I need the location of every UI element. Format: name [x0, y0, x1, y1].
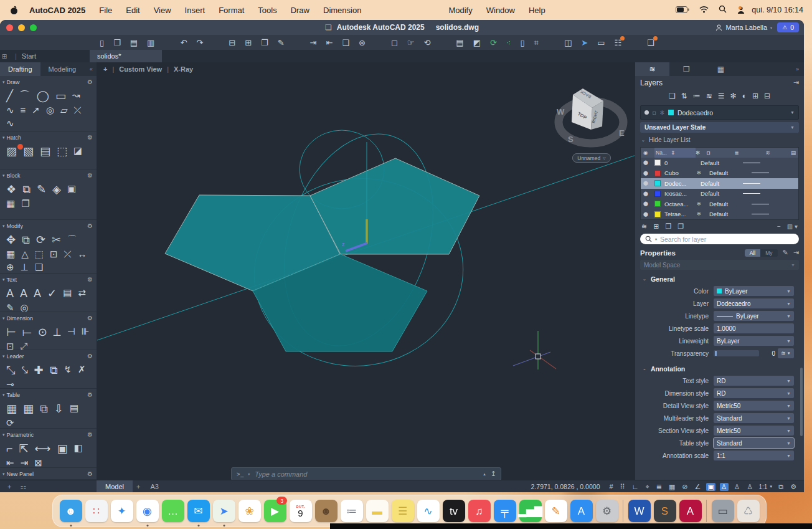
toolbar-icon[interactable]: ❐ [261, 39, 268, 47]
freeze-column-icon[interactable]: ✻ [696, 150, 707, 156]
tool-icon[interactable]: ▤ [70, 403, 78, 415]
layer-visibility-dot[interactable]: ⬤ [643, 191, 654, 196]
menu-item[interactable]: File [99, 6, 112, 15]
layer-action-icon[interactable]: ❏ [669, 92, 676, 100]
menu-item[interactable]: Modify [448, 6, 472, 15]
toolbar-icon[interactable]: ⟲ [423, 39, 430, 47]
menubar-clock[interactable]: qui. 9/10 16:14 [752, 6, 803, 14]
dock-app[interactable]: ♺ [735, 495, 761, 527]
tool-icon[interactable]: ⊪ [82, 326, 90, 338]
toolbar-icon[interactable]: ⟳ [490, 39, 497, 47]
frozen-icon[interactable]: ✻ [697, 211, 706, 217]
tool-icon[interactable]: ⌒ [67, 234, 77, 246]
section-general[interactable]: ⌄ General [635, 270, 804, 285]
toolbar-icon[interactable]: ◻ [391, 39, 398, 47]
status-toggle-icon[interactable]: ≣ [655, 483, 663, 491]
layer-color-swatch[interactable] [654, 180, 661, 186]
close-window-button[interactable] [6, 24, 13, 31]
dock-app[interactable]: ♫ [466, 495, 492, 527]
filter-my-button[interactable]: My [760, 249, 777, 257]
tab-start[interactable]: | Start [9, 50, 90, 62]
toolbar-icon[interactable]: ▤ [130, 39, 138, 47]
toolbar-icon[interactable]: ▤ [456, 39, 463, 47]
tool-icon[interactable]: ▤ [63, 287, 72, 300]
tool-icon[interactable]: ◪ [73, 145, 82, 158]
toolbar-icon[interactable]: ⁖ [506, 39, 511, 47]
tool-icon[interactable]: ∿ [6, 118, 14, 128]
toolbar-icon[interactable]: ❏ [647, 39, 654, 47]
tool-icon[interactable]: ⊢ [6, 326, 16, 338]
dock-app[interactable]: A [569, 495, 594, 527]
toolbar-icon[interactable]: ⊞ [245, 39, 252, 47]
tool-icon[interactable]: ✥ [6, 234, 16, 246]
compass-east[interactable]: E [619, 128, 625, 138]
toolbar-icon[interactable]: ⇥ [310, 39, 317, 47]
tool-icon[interactable]: ⊠ [34, 457, 42, 468]
layer-list-header[interactable]: ◉ Na... ⇕ ✻ ◘ ≣ ≋ ▤ [641, 148, 798, 158]
tab-layout-a3[interactable]: A3 [144, 483, 164, 490]
tool-icon[interactable]: ❐ [21, 198, 29, 209]
menu-item[interactable]: Draw [291, 6, 309, 15]
status-toggle-icon[interactable]: ♙ [746, 483, 755, 491]
dock-app[interactable]: ▭ [710, 495, 735, 527]
tool-icon[interactable]: ⬚ [57, 145, 67, 158]
tab-model[interactable]: Model [97, 480, 133, 492]
dock-app[interactable]: ☻ [58, 495, 83, 527]
gear-icon[interactable]: ⚙ [87, 315, 93, 322]
named-view-dropdown[interactable]: Unnamed ▽ [572, 153, 611, 163]
transparency-slider[interactable] [714, 350, 759, 356]
toolbar-icon[interactable]: ▯ [100, 39, 104, 47]
tool-icon[interactable]: ✂ [52, 234, 61, 246]
command-input[interactable]: Type a command [255, 470, 307, 478]
tool-icon[interactable]: ◧ [73, 442, 82, 455]
dock-app[interactable]: 3 ▶ [262, 495, 288, 527]
tool-icon[interactable]: ◯ [37, 90, 49, 102]
layer-visibility-dot[interactable]: ⬤ [643, 212, 654, 217]
gear-icon[interactable]: ⚙ [87, 276, 93, 283]
tool-icon[interactable]: ↔ [78, 249, 87, 259]
layer-state-dropdown[interactable]: Unsaved Layer State ▼ [640, 122, 799, 133]
layer-action-icon[interactable]: ≔ [693, 92, 701, 100]
tool-icon[interactable]: ⇥ [21, 457, 29, 468]
tab-drafting[interactable]: Drafting [0, 62, 40, 76]
menu-item[interactable]: Dimension [323, 6, 361, 15]
compass-south[interactable]: S [568, 135, 574, 144]
tool-icon[interactable]: ⇤ [6, 457, 14, 468]
tool-icon[interactable]: ↝ [72, 90, 80, 102]
compass-west[interactable]: W [557, 107, 565, 117]
menu-item[interactable]: Insert [185, 6, 205, 15]
toolbar-icon[interactable]: ▥ [147, 39, 154, 47]
gear-icon[interactable]: ⚙ [87, 79, 93, 85]
zoom-window-button[interactable] [30, 24, 37, 31]
layer-action-icon[interactable]: ⊟ [764, 92, 770, 100]
status-menu-icon[interactable]: ⧉ [777, 483, 785, 491]
minimize-window-button[interactable] [18, 24, 25, 31]
tool-icon[interactable]: ⤫ [64, 249, 72, 259]
tool-icon[interactable]: ⊥ [21, 262, 29, 272]
status-toggle-icon[interactable]: ♙ [720, 483, 729, 491]
dock-app[interactable]: ☰ [390, 495, 415, 527]
style-dropdown[interactable]: Standard ▼ [714, 413, 794, 423]
tool-icon[interactable]: ⤫ [74, 105, 82, 115]
tool-icon[interactable]: ❖ [6, 183, 16, 196]
toolbar-icon[interactable]: ◫ [564, 39, 572, 47]
toolbar-icon[interactable]: ❒ [113, 39, 121, 47]
viewport-add-button[interactable]: + [103, 65, 107, 73]
layer-color-swatch[interactable] [654, 191, 661, 197]
layer-action-icon[interactable]: ☰ [718, 92, 725, 100]
drawing-canvas[interactable]: z W S E TOP RIGHT B [97, 62, 635, 480]
layer-color-swatch[interactable] [654, 170, 661, 176]
visibility-column-icon[interactable]: ◉ [643, 150, 654, 156]
add-layout-button[interactable]: + [133, 483, 144, 490]
menu-item[interactable]: Edit [126, 6, 139, 15]
tool-icon[interactable]: ⇄ [78, 287, 86, 300]
toolbar-icon[interactable]: ☷ [614, 39, 621, 47]
gear-icon[interactable]: ⚙ [87, 431, 93, 438]
hide-layer-list-toggle[interactable]: ⌄ Hide Layer List [635, 133, 804, 146]
status-toggle-icon[interactable]: ⊘ [681, 483, 689, 491]
dock-app[interactable]: ▬ [364, 495, 390, 527]
toolbar-icon[interactable]: ⊛ [359, 39, 366, 47]
layer-visibility-dot[interactable]: ⬤ [643, 201, 654, 206]
style-dropdown[interactable]: Metric50 ▼ [714, 426, 794, 436]
tool-icon[interactable]: A [20, 287, 27, 300]
